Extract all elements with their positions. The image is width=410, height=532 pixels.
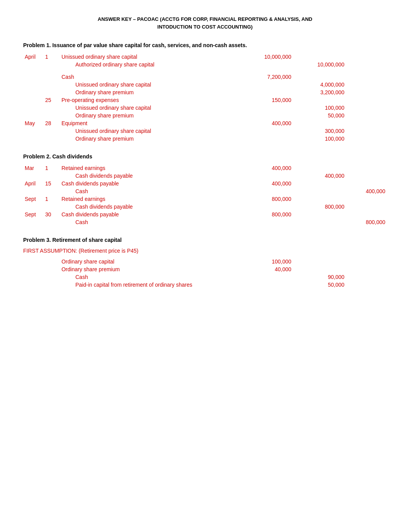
table-row: Mar 1 Retained earnings 400,000 (23, 164, 387, 172)
day-cell: 30 (44, 211, 60, 218)
account-cell: Cash (60, 187, 240, 195)
day-cell: 15 (44, 180, 60, 187)
account-cell: Ordinary share premium (60, 135, 240, 143)
table-row: Ordinary share capital 100,000 (23, 258, 387, 265)
day-cell: 25 (44, 96, 60, 104)
debit-cell: 800,000 (240, 195, 293, 203)
account-cell: Cash (60, 218, 240, 226)
page-title: ANSWER KEY – PACOAC (ACCTG FOR CORP, FIN… (23, 15, 387, 31)
credit-cell: 50,000 (293, 112, 346, 119)
credit-cell: 400,000 (293, 172, 346, 180)
account-cell: Cash dividends payable (60, 203, 240, 211)
account-cell: Unissued ordinary share capital (60, 104, 240, 112)
account-cell: Ordinary share premium (60, 112, 240, 119)
account-cell: Ordinary share premium (60, 265, 240, 273)
month-cell: May (23, 119, 44, 127)
account-cell: Retained earnings (60, 195, 240, 203)
table-row: Cash 800,000 (23, 218, 387, 226)
account-cell: Cash dividends payable (60, 172, 240, 180)
table-row: Cash dividends payable 800,000 (23, 203, 387, 211)
table-row: Unissued ordinary share capital 100,000 (23, 104, 387, 112)
account-cell: Ordinary share capital (60, 258, 240, 265)
day-cell: 1 (44, 164, 60, 172)
credit-cell: 10,000,000 (293, 61, 346, 68)
table-row: April 15 Cash dividends payable 400,000 (23, 180, 387, 187)
account-cell: Unissued ordinary share capital (60, 81, 240, 88)
account-cell: Paid-in capital from retirement of ordin… (60, 281, 240, 289)
problem2-header: Problem 2. Cash dividends (23, 153, 387, 160)
credit2-cell: 400,000 (346, 187, 387, 195)
day-cell: 1 (44, 195, 60, 203)
credit-cell: 100,000 (293, 135, 346, 143)
account-cell: Cash (60, 73, 240, 81)
table-row: Unissued ordinary share capital 300,000 (23, 127, 387, 135)
problem1-table: April 1 Unissued ordinary share capital … (23, 53, 387, 143)
credit-cell: 4,000,000 (293, 81, 346, 88)
month-cell: April (23, 53, 44, 61)
problem3-table: Ordinary share capital 100,000 Ordinary … (23, 258, 387, 289)
table-row: Cash dividends payable 400,000 (23, 172, 387, 180)
debit-cell: 800,000 (240, 211, 293, 218)
table-row: Unissued ordinary share capital 4,000,00… (23, 81, 387, 88)
account-cell: Unissued ordinary share capital (60, 127, 240, 135)
credit-cell: 300,000 (293, 127, 346, 135)
table-row: Paid-in capital from retirement of ordin… (23, 281, 387, 289)
table-row: Sept 30 Cash dividends payable 800,000 (23, 211, 387, 218)
table-row: Cash 90,000 (23, 273, 387, 281)
month-cell: Mar (23, 164, 44, 172)
credit-cell: 800,000 (293, 203, 346, 211)
table-row: Ordinary share premium 50,000 (23, 112, 387, 119)
debit-cell: 7,200,000 (240, 73, 293, 81)
debit-cell: 400,000 (240, 119, 293, 127)
account-cell: Cash dividends payable (60, 211, 240, 218)
debit-cell: 400,000 (240, 164, 293, 172)
account-cell: Retained earnings (60, 164, 240, 172)
table-row: Sept 1 Retained earnings 800,000 (23, 195, 387, 203)
debit-cell: 40,000 (240, 265, 293, 273)
day-cell: 1 (44, 53, 60, 61)
table-row: Authorized ordinary share capital 10,000… (23, 61, 387, 68)
problem3-header: Problem 3. Retirement of share capital (23, 237, 387, 243)
credit-cell: 3,200,000 (293, 88, 346, 96)
credit2-cell: 800,000 (346, 218, 387, 226)
account-cell: Unissued ordinary share capital (60, 53, 240, 61)
table-row: Cash 400,000 (23, 187, 387, 195)
credit-cell (293, 53, 346, 61)
table-row: Ordinary share premium 3,200,000 (23, 88, 387, 96)
table-row: April 1 Unissued ordinary share capital … (23, 53, 387, 61)
account-cell: Equipment (60, 119, 240, 127)
problem1-header: Problem 1. Issuance of par value share c… (23, 42, 387, 48)
table-row: May 28 Equipment 400,000 (23, 119, 387, 127)
month-cell: April (23, 180, 44, 187)
debit-cell: 100,000 (240, 258, 293, 265)
debit-cell: 10,000,000 (240, 53, 293, 61)
assumption1-header: FIRST ASSUMPTION: (Retirement price is P… (23, 248, 387, 254)
month-cell: Sept (23, 195, 44, 203)
problem2-table: Mar 1 Retained earnings 400,000 Cash div… (23, 164, 387, 226)
table-row: 25 Pre-operating expenses 150,000 (23, 96, 387, 104)
month-cell: Sept (23, 211, 44, 218)
credit-cell: 100,000 (293, 104, 346, 112)
account-cell: Cash dividends payable (60, 180, 240, 187)
table-row: Cash 7,200,000 (23, 73, 387, 81)
credit-cell: 50,000 (293, 281, 346, 289)
account-cell: Authorized ordinary share capital (60, 61, 240, 68)
debit-cell: 400,000 (240, 180, 293, 187)
debit-cell: 150,000 (240, 96, 293, 104)
day-cell: 28 (44, 119, 60, 127)
account-cell: Pre-operating expenses (60, 96, 240, 104)
account-cell: Cash (60, 273, 240, 281)
credit-cell: 90,000 (293, 273, 346, 281)
table-row: Ordinary share premium 40,000 (23, 265, 387, 273)
credit2-cell (346, 53, 387, 61)
account-cell: Ordinary share premium (60, 88, 240, 96)
table-row: Ordinary share premium 100,000 (23, 135, 387, 143)
